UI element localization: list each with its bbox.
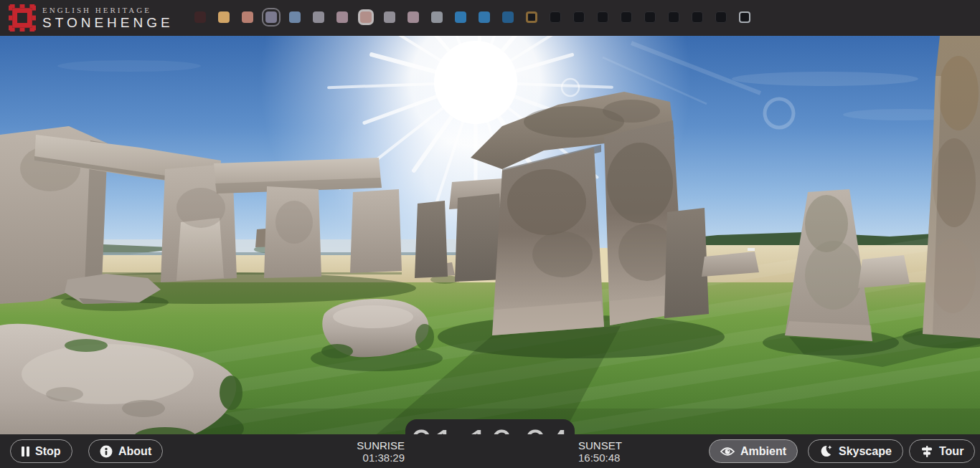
- brand-text: ENGLISH HERITAGE STONEHENGE: [42, 6, 174, 31]
- time-swatch-19[interactable]: [644, 11, 656, 23]
- stop-button[interactable]: Stop: [10, 439, 72, 463]
- sunset-info: SUNSET 16:50:48: [578, 439, 622, 464]
- ambient-label: Ambient: [740, 445, 786, 458]
- time-swatch-bar: [194, 11, 750, 23]
- panorama-scene: [0, 36, 980, 468]
- english-heritage-logo-icon: [9, 4, 36, 32]
- moon-icon: [819, 444, 833, 458]
- stonehenge-panorama[interactable]: [0, 36, 980, 468]
- sunset-time: 16:50:48: [578, 452, 622, 464]
- about-label: About: [118, 445, 151, 458]
- header: ENGLISH HERITAGE STONEHENGE: [0, 0, 980, 36]
- time-swatch-18[interactable]: [621, 11, 632, 23]
- distant-vehicle: [748, 248, 755, 251]
- brand-stonehenge: STONEHENGE: [42, 15, 174, 31]
- time-swatch-23[interactable]: [739, 11, 750, 23]
- sunset-label: SUNSET: [578, 439, 622, 452]
- time-swatch-14[interactable]: [526, 11, 537, 23]
- time-swatch-3[interactable]: [265, 11, 277, 23]
- tour-label: Tour: [939, 445, 963, 458]
- eye-icon: [720, 446, 735, 457]
- time-swatch-21[interactable]: [692, 11, 703, 23]
- pause-icon: [22, 446, 29, 457]
- sunrise-time: 01:38:29: [357, 452, 405, 464]
- time-swatch-13[interactable]: [502, 11, 514, 23]
- time-swatch-17[interactable]: [597, 11, 608, 23]
- time-swatch-10[interactable]: [431, 11, 443, 23]
- time-swatch-5[interactable]: [313, 11, 324, 23]
- time-swatch-12[interactable]: [479, 11, 490, 23]
- time-swatch-16[interactable]: [573, 11, 585, 23]
- time-swatch-22[interactable]: [715, 11, 727, 23]
- time-swatch-2[interactable]: [242, 11, 253, 23]
- time-swatch-1[interactable]: [218, 11, 230, 23]
- time-swatch-4[interactable]: [289, 11, 301, 23]
- sunrise-label: SUNRISE: [357, 439, 405, 452]
- info-icon: [100, 445, 113, 458]
- time-swatch-9[interactable]: [407, 11, 419, 23]
- skyscape-label: Skyscape: [839, 445, 892, 458]
- brand: ENGLISH HERITAGE STONEHENGE: [9, 4, 174, 32]
- time-swatch-20[interactable]: [668, 11, 679, 23]
- skyscape-button[interactable]: Skyscape: [808, 439, 903, 463]
- about-button[interactable]: About: [88, 439, 163, 463]
- signpost-icon: [920, 445, 933, 458]
- bottom-bar: Stop About SUNRISE 01:38:29 SUNSET 16:50…: [0, 434, 980, 468]
- sunrise-info: SUNRISE 01:38:29: [357, 439, 405, 464]
- time-swatch-0[interactable]: [194, 11, 206, 23]
- central-trilithon: [471, 92, 709, 335]
- ambient-button[interactable]: Ambient: [709, 439, 798, 463]
- tour-button[interactable]: Tour: [909, 439, 975, 463]
- time-swatch-15[interactable]: [550, 11, 561, 23]
- skyscape-app: ENGLISH HERITAGE STONEHENGE: [0, 0, 980, 468]
- time-swatch-7[interactable]: [360, 11, 372, 23]
- stop-label: Stop: [35, 445, 61, 458]
- time-swatch-6[interactable]: [336, 11, 348, 23]
- brand-english-heritage: ENGLISH HERITAGE: [42, 6, 174, 15]
- time-swatch-11[interactable]: [455, 11, 466, 23]
- time-swatch-8[interactable]: [384, 11, 395, 23]
